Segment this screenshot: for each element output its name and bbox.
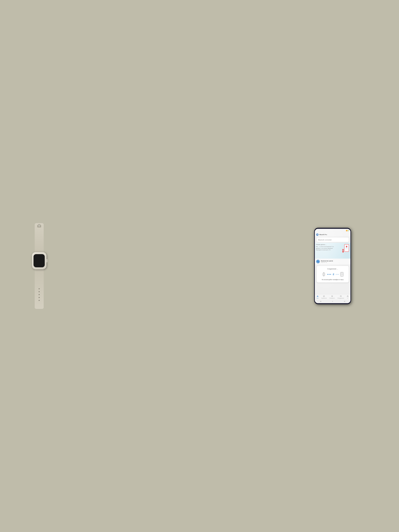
app-header: ⌚ Wearfit Pro [315, 233, 350, 237]
phone-screen: 📶🔋 ⌚ Wearfit Pro Bluetooth connected [315, 229, 350, 303]
equipment-icon [340, 295, 342, 297]
watch-hole-1 [39, 288, 40, 289]
phone-body: 📶🔋 ⌚ Wearfit Pro Bluetooth connected [314, 228, 351, 304]
connecting-title: Соединение ... [318, 268, 347, 270]
svg-rect-17 [341, 273, 343, 276]
dots-right [336, 274, 339, 275]
smartwatch [32, 223, 46, 309]
status-icons: 📶🔋 [346, 230, 349, 231]
nav-label-exercise: Упражнение [321, 298, 327, 299]
steps-title: Количество шагов [321, 260, 349, 262]
svg-point-16 [342, 276, 342, 276]
watch-body [32, 252, 46, 269]
bottom-nav[interactable]: Дом Упражнение [315, 294, 350, 299]
promo-illustration [342, 244, 349, 255]
app-icon-symbol: ⌚ [317, 234, 318, 235]
app-icon: ⌚ [316, 233, 318, 236]
watch-hole-4 [39, 297, 40, 298]
svg-point-20 [332, 296, 332, 297]
dot-6 [338, 274, 339, 275]
nav-label-equipment: Оборудование [337, 298, 344, 299]
nav-item-exercise[interactable]: Упражнение [321, 295, 327, 299]
svg-point-2 [346, 246, 347, 247]
nav-item-home[interactable]: Дом [317, 295, 319, 299]
watch-hole-3 [39, 294, 40, 295]
promo-description: Выс... нь местонахождении ТА и данные о … [316, 246, 334, 251]
nav-label-discover: Обнаружить [329, 298, 335, 299]
nav-label-home: Дом [317, 298, 319, 299]
watch-hole-2 [39, 291, 40, 292]
svg-point-23 [347, 296, 348, 296]
steps-info: Количество шагов 2022-07-13 [321, 260, 349, 263]
watch-hole-5 [39, 300, 40, 301]
discover-icon [331, 295, 333, 297]
dots-left [327, 274, 331, 275]
dot-1 [327, 274, 328, 275]
svg-rect-10 [323, 275, 324, 276]
steps-icon: 👣 [316, 260, 320, 263]
steps-date: 2022-07-13 [321, 262, 349, 263]
connecting-phone-icon [340, 272, 344, 277]
dot-5 [337, 274, 338, 275]
bluetooth-svg [332, 273, 335, 276]
app-title: Wearfit Pro [319, 234, 327, 235]
system-nav: ≡ ○ ◁ [315, 299, 350, 303]
watch-screen [33, 254, 45, 267]
home-icon [317, 295, 319, 297]
svg-rect-15 [341, 272, 342, 273]
connecting-animation [318, 272, 347, 277]
content-area: Чтение данных ... Выс... нь местонахожде… [315, 243, 350, 294]
nav-item-profile[interactable]: Я [347, 295, 349, 299]
steps-icon-symbol: 👣 [317, 260, 319, 263]
bluetooth-banner: Bluetooth connected [317, 238, 349, 242]
exercise-icon [323, 295, 325, 297]
watch-band-top [35, 223, 44, 252]
svg-rect-9 [323, 272, 324, 273]
watch-buckle [38, 224, 41, 227]
promo-section: Чтение данных ... Выс... нь местонахожде… [315, 243, 350, 259]
dot-4 [336, 274, 336, 275]
dot-3 [330, 274, 331, 275]
svg-point-3 [342, 249, 344, 250]
nav-home-button[interactable]: ○ [332, 300, 333, 302]
nav-label-profile: Я [347, 298, 348, 299]
steps-section: 👣 Количество шагов 2022-07-13 [315, 259, 350, 265]
status-bar: 📶🔋 [315, 229, 350, 233]
connecting-modal: Соединение ... [317, 266, 349, 283]
nav-menu-button[interactable]: ≡ [320, 300, 321, 302]
watch-crown [46, 259, 48, 262]
promo-svg [342, 244, 349, 255]
watch-band-bottom [35, 269, 44, 309]
nav-item-equipment[interactable]: Оборудование [337, 295, 344, 299]
nav-back-button[interactable]: ◁ [344, 300, 345, 302]
dot-2 [329, 274, 329, 275]
profile-icon [347, 295, 349, 297]
bluetooth-status-text: Bluetooth connected [318, 239, 331, 241]
smartphone: 📶🔋 ⌚ Wearfit Pro Bluetooth connected [314, 228, 351, 304]
watch-band-holes [39, 288, 40, 301]
connecting-watch-icon [321, 272, 326, 277]
connecting-subtitle: Не используйте телефон и часы [318, 279, 347, 280]
nav-item-discover[interactable]: Обнаружить [329, 295, 335, 299]
bluetooth-center-icon [332, 273, 335, 276]
scene: 📶🔋 ⌚ Wearfit Pro Bluetooth connected [0, 0, 399, 532]
